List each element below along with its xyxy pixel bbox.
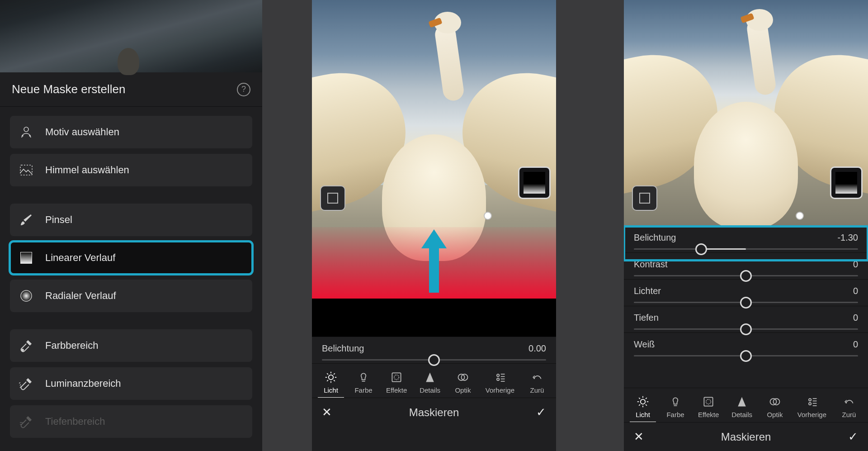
panel-header: Neue Maske erstellen ? [0,72,262,107]
mask-option-luminance-range[interactable]: Luminanzbereich [10,367,252,400]
tab-label: Details [420,386,440,394]
bottom-bar: ✕ Maskieren ✓ [312,398,556,427]
radial-gradient-icon [19,289,33,303]
tab-label: Vorherige [797,411,826,418]
tab-color[interactable]: Farbe [659,394,692,420]
gradient-preview-button[interactable] [518,166,551,199]
drag-up-arrow-icon [427,229,441,293]
slider-lichter[interactable]: Lichter0 [624,279,868,306]
photo-canvas[interactable] [312,0,556,299]
svg-point-21 [809,403,811,405]
photo-canvas[interactable] [624,0,868,226]
slider-track[interactable] [634,355,858,356]
slider-value: 0.00 [528,343,546,354]
mask-thumbnail-button[interactable] [632,185,657,211]
slider-track[interactable] [634,275,858,276]
slider-label: Tiefen [634,313,659,323]
tab-label: Farbe [354,386,372,394]
slider-track[interactable] [634,328,858,330]
tab-reset[interactable]: Zurü [521,369,553,396]
edit-tabs: LichtFarbeEffekteDetailsOptikVorherigeZu… [624,388,868,422]
close-icon[interactable]: ✕ [634,430,644,444]
slider-weiß[interactable]: Weiß0 [624,332,868,359]
tab-light[interactable]: Licht [315,369,347,396]
svg-rect-5 [21,252,32,263]
tab-effects[interactable]: Effekte [380,369,413,396]
tab-label: Details [731,411,752,418]
tab-effects[interactable]: Effekte [692,394,725,420]
confirm-icon[interactable]: ✓ [536,405,546,419]
slider-exposure[interactable]: Belichtung 0.00 [312,337,556,363]
tab-label: Licht [636,411,650,418]
mask-thumbnail-button[interactable] [320,185,345,211]
mask-pin-icon[interactable] [484,212,492,220]
tab-light[interactable]: Licht [627,394,659,420]
tab-label: Effekte [386,386,407,394]
panel-light-sliders: Belichtung-1.30Kontrast0Lichter0Tiefen0W… [624,0,868,451]
edit-tabs: LichtFarbeEffekteDetailsOptikVorherigeZu… [312,363,556,398]
slider-belichtung[interactable]: Belichtung-1.30 [624,226,868,252]
svg-point-20 [809,399,811,401]
tab-color[interactable]: Farbe [347,369,380,396]
svg-point-8 [329,375,334,380]
eyedropper-luminance-icon [19,376,33,391]
slider-track[interactable] [322,359,546,361]
mask-option-label: Radialer Verlauf [45,290,116,302]
tab-optics[interactable]: Optik [759,394,791,420]
svg-point-7 [22,349,24,351]
slider-kontrast[interactable]: Kontrast0 [624,252,868,279]
svg-rect-3 [20,165,32,175]
tab-previous[interactable]: Vorherige [479,369,521,396]
mask-option-color-range[interactable]: Farbbereich [10,329,252,362]
mask-option-depth-range: Tiefenbereich [10,405,252,438]
panel-create-mask: Neue Maske erstellen ? Motiv auswählen [0,0,262,451]
tab-details[interactable]: Details [725,394,759,420]
svg-point-1 [22,135,23,136]
bottom-title: Maskieren [644,431,848,443]
light-slider-group: Belichtung-1.30Kontrast0Lichter0Tiefen0W… [624,226,868,388]
svg-point-2 [29,135,30,136]
mask-option-list: Motiv auswählen Himmel auswählen [0,107,262,438]
mask-option-subject[interactable]: Motiv auswählen [10,116,252,148]
tab-details[interactable]: Details [413,369,447,396]
tab-label: Optik [455,386,471,394]
tab-label: Licht [324,386,338,394]
mask-option-label: Motiv auswählen [45,126,119,138]
mask-option-label: Linearer Verlauf [45,252,115,264]
bottom-title: Maskieren [332,406,536,419]
mask-pin-icon[interactable] [796,212,804,220]
help-icon[interactable]: ? [237,83,250,96]
svg-point-13 [497,374,499,376]
panel-title: Neue Maske erstellen [12,82,125,96]
tab-reset[interactable]: Zurü [833,394,865,420]
tab-optics[interactable]: Optik [447,369,479,396]
svg-point-15 [641,399,646,404]
mask-option-radial-gradient[interactable]: Radialer Verlauf [10,280,252,312]
mask-option-linear-gradient[interactable]: Linearer Verlauf [10,242,252,274]
letterbox [312,299,556,337]
mask-option-label: Farbbereich [45,340,98,351]
person-icon [19,125,33,139]
mask-option-label: Himmel auswählen [45,164,129,176]
slider-tiefen[interactable]: Tiefen0 [624,306,868,332]
confirm-icon[interactable]: ✓ [848,430,858,444]
svg-point-6 [21,290,32,301]
slider-label: Belichtung [634,233,676,243]
tab-previous[interactable]: Vorherige [791,394,833,420]
slider-track[interactable] [634,248,858,250]
tab-label: Zurü [530,386,544,394]
svg-rect-16 [704,397,713,406]
close-icon[interactable]: ✕ [322,405,332,419]
slider-track[interactable] [634,302,858,303]
gradient-preview-button[interactable] [830,166,863,199]
preview-sky-thumbnail [0,0,262,72]
svg-point-17 [706,399,711,404]
bottom-bar: ✕ Maskieren ✓ [624,422,868,451]
tab-label: Effekte [698,411,719,418]
mask-option-brush[interactable]: Pinsel [10,204,252,236]
mask-option-sky[interactable]: Himmel auswählen [10,154,252,186]
svg-point-10 [394,375,399,380]
slider-label: Weiß [634,339,655,350]
slider-label: Belichtung [322,343,364,354]
tab-label: Zurü [842,411,856,418]
